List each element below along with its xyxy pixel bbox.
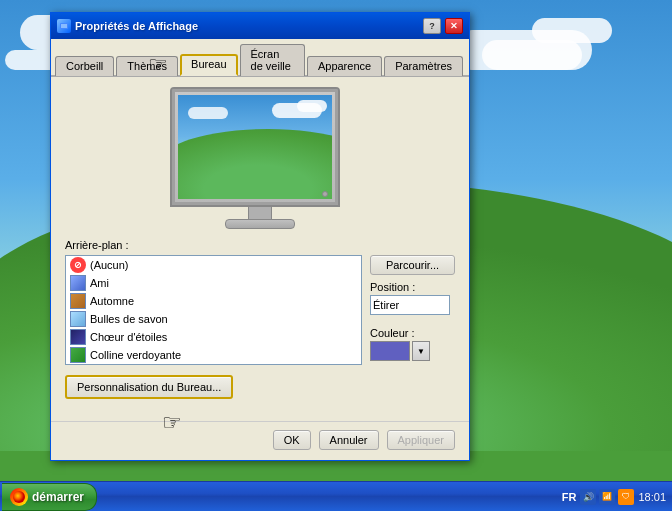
personnalisation-button[interactable]: Personnalisation du Bureau... [65,375,233,399]
monitor-background [178,95,332,199]
parcourir-button[interactable]: Parcourir... [370,255,455,275]
item-label: Colline verdoyante [90,349,181,361]
dialog-icon [57,19,71,33]
close-button[interactable] [445,18,463,34]
monitor-preview [65,87,455,227]
start-icon [10,488,28,506]
item-label: Chœur d'étoiles [90,331,167,343]
item-label: Bulles de savon [90,313,168,325]
list-item[interactable]: Cristal [66,364,361,365]
svg-point-2 [13,491,25,503]
bg-list[interactable]: ⊘ (Aucun) Ami Automne [65,255,362,365]
list-item[interactable]: Colline verdoyante [66,346,361,364]
list-item[interactable]: ⊘ (Aucun) [66,256,361,274]
color-section: Couleur : ▼ [370,327,455,361]
list-item[interactable]: Ami [66,274,361,292]
monitor [170,87,350,227]
language-badge: FR [562,491,577,503]
bg-right-controls: Parcourir... Position : Centrer Mosaïque… [370,255,455,365]
color-row: ▼ [370,341,455,361]
system-icons: 🔊 📶 🛡 [580,489,634,505]
network-icon[interactable]: 📶 [599,489,615,505]
color-box[interactable] [370,341,410,361]
clock: 18:01 [638,491,666,503]
color-dropdown-arrow[interactable]: ▼ [412,341,430,361]
img-icon [70,293,86,309]
dialog-bottom-buttons: OK Annuler Appliquer [51,421,469,460]
ok-button[interactable]: OK [273,430,311,450]
monitor-stand-base [225,219,295,229]
position-section: Position : Centrer Mosaïque Étirer [370,281,455,315]
color-label: Couleur : [370,327,455,339]
position-select[interactable]: Centrer Mosaïque Étirer [370,295,450,315]
titlebar: Propriétés de Affichage [51,13,469,39]
dialog-content: Arrière-plan : ⊘ (Aucun) Ami [51,77,469,421]
img-icon [70,347,86,363]
position-select-wrapper: Centrer Mosaïque Étirer [370,295,455,315]
monitor-body [170,87,340,207]
item-label: (Aucun) [90,259,129,271]
taskbar: démarrer FR 🔊 📶 🛡 18:01 [0,481,672,511]
list-item[interactable]: Chœur d'étoiles [66,328,361,346]
start-button[interactable]: démarrer [2,483,97,511]
monitor-cloud-3 [188,107,228,119]
volume-icon[interactable]: 🔊 [580,489,596,505]
cloud-3 [482,40,582,70]
tab-corbeill[interactable]: Corbeill [55,56,114,76]
arriere-plan-label: Arrière-plan : [65,239,455,251]
tab-ecran-veille[interactable]: Écran de veille [240,44,305,76]
help-button[interactable] [423,18,441,34]
img-icon [70,311,86,327]
monitor-stand-neck [248,207,272,219]
list-item[interactable]: Automne [66,292,361,310]
tab-bar: Corbeill Thèmes Bureau Écran de veille A… [51,39,469,77]
taskbar-right: FR 🔊 📶 🛡 18:01 [562,489,672,505]
bg-section: ⊘ (Aucun) Ami Automne [65,255,455,365]
item-label: Automne [90,295,134,307]
monitor-led [322,191,328,197]
list-item[interactable]: Bulles de savon [66,310,361,328]
bg-list-container: ⊘ (Aucun) Ami Automne [65,255,362,365]
tab-bureau[interactable]: Bureau [180,54,237,76]
dialog-title: Propriétés de Affichage [75,20,419,32]
display-properties-dialog: Propriétés de Affichage Corbeill Thèmes … [50,12,470,461]
position-label: Position : [370,281,455,293]
tab-apparence[interactable]: Apparence [307,56,382,76]
no-icon: ⊘ [70,257,86,273]
annuler-button[interactable]: Annuler [319,430,379,450]
monitor-cloud-2 [297,100,327,112]
tab-themes[interactable]: Thèmes [116,56,178,76]
img-icon [70,329,86,345]
desktop: Propriétés de Affichage Corbeill Thèmes … [0,0,672,511]
item-label: Ami [90,277,109,289]
security-icon[interactable]: 🛡 [618,489,634,505]
img-icon [70,275,86,291]
tab-parametres[interactable]: Paramètres [384,56,463,76]
start-label: démarrer [32,490,84,504]
appliquer-button[interactable]: Appliquer [387,430,455,450]
monitor-screen [178,95,332,199]
svg-rect-1 [61,24,67,28]
